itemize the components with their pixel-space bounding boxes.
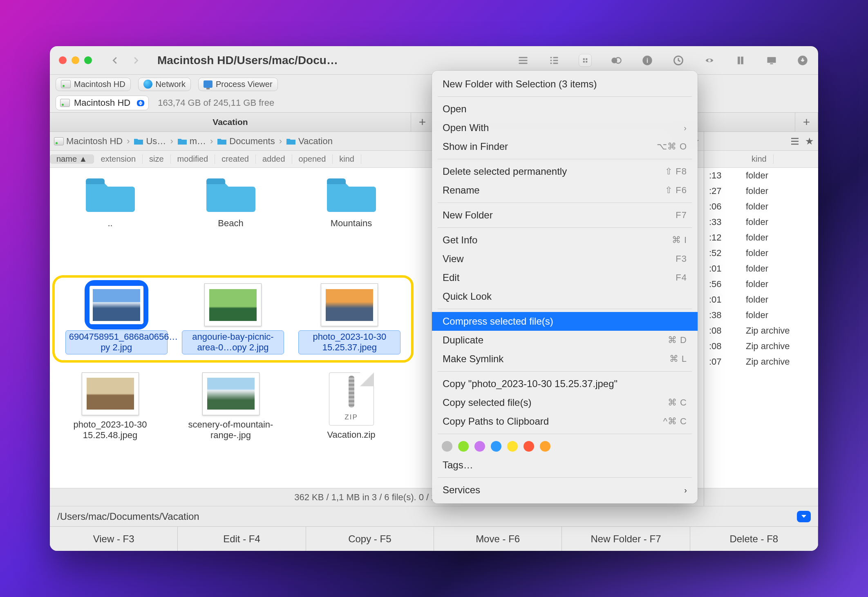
titlebar: Macintosh HD/Users/mac/Docu… i bbox=[50, 46, 818, 75]
menu-item[interactable]: Delete selected permanently⇧ F8 bbox=[432, 162, 698, 181]
share-icon[interactable] bbox=[734, 54, 747, 67]
view-icon[interactable] bbox=[703, 54, 716, 67]
col-modified[interactable]: modified bbox=[171, 154, 215, 164]
forward-icon[interactable] bbox=[131, 56, 140, 65]
menu-item[interactable]: New FolderF7 bbox=[432, 206, 698, 225]
menu-item[interactable]: Compress selected file(s) bbox=[432, 312, 698, 331]
path-dropdown[interactable] bbox=[797, 511, 811, 522]
favorite-macintosh-hd[interactable]: Macintosh HD bbox=[56, 78, 131, 91]
toggle-icon[interactable] bbox=[610, 54, 623, 67]
tab-vacation[interactable]: Vacation bbox=[50, 113, 411, 131]
info-icon[interactable]: i bbox=[641, 54, 654, 67]
list-row[interactable]: :06folder bbox=[704, 199, 818, 214]
list-row[interactable]: :01folder bbox=[704, 292, 818, 307]
file-item-selected[interactable]: photo_2023-10-30 15.25.37.jpeg bbox=[291, 283, 408, 354]
list1-icon[interactable] bbox=[517, 54, 530, 67]
col-created[interactable]: created bbox=[215, 154, 256, 164]
tag-color[interactable] bbox=[474, 441, 485, 452]
menu-item[interactable]: Open bbox=[432, 100, 698, 118]
menu-item[interactable]: Get Info⌘ I bbox=[432, 231, 698, 249]
breadcrumb-seg[interactable]: Vacation bbox=[286, 136, 333, 147]
tag-color[interactable] bbox=[523, 441, 534, 452]
history-icon[interactable] bbox=[672, 54, 685, 67]
tag-color[interactable] bbox=[442, 441, 452, 452]
tab-add-left[interactable]: + bbox=[411, 113, 434, 131]
file-item[interactable]: ZIPVacation.zip bbox=[291, 372, 412, 472]
menu-item[interactable]: New Folder with Selection (3 items) bbox=[432, 75, 698, 94]
file-item[interactable]: scenery-of-mountain-range-.jpg bbox=[170, 372, 291, 472]
file-item-selected[interactable]: angourie-bay-picnic-area-0…opy 2.jpg bbox=[174, 283, 291, 354]
list2-icon[interactable] bbox=[548, 54, 561, 67]
download-icon[interactable] bbox=[796, 54, 809, 67]
hd-icon bbox=[61, 80, 71, 88]
tab-add-right[interactable]: + bbox=[795, 113, 818, 131]
back-icon[interactable] bbox=[111, 56, 120, 65]
menu-item[interactable]: EditF4 bbox=[432, 268, 698, 287]
list-row[interactable]: :33folder bbox=[704, 214, 818, 230]
list-row[interactable]: :27folder bbox=[704, 183, 818, 199]
zoom-icon[interactable] bbox=[84, 56, 92, 64]
menu-item[interactable]: Copy Paths to Clipboard^⌘ C bbox=[432, 412, 698, 431]
list-row[interactable]: :12folder bbox=[704, 230, 818, 245]
file-item-selected[interactable]: 6904758951_6868a0656…py 2.jpg bbox=[58, 283, 174, 354]
favorite-process-viewer[interactable]: Process Viewer bbox=[198, 78, 278, 91]
menu-item[interactable]: Rename⇧ F6 bbox=[432, 181, 698, 200]
col-size[interactable]: size bbox=[143, 154, 171, 164]
folder-icon bbox=[327, 175, 376, 214]
menu-item[interactable]: Copy selected file(s)⌘ C bbox=[432, 393, 698, 412]
list-row[interactable]: :01folder bbox=[704, 261, 818, 276]
menu-item[interactable]: Make Symlink⌘ L bbox=[432, 350, 698, 368]
col-kind[interactable]: kind bbox=[745, 154, 774, 164]
computer-icon[interactable] bbox=[765, 54, 778, 67]
menu-item[interactable]: Open With› bbox=[432, 118, 698, 137]
menu-item-services[interactable]: Services› bbox=[432, 481, 698, 499]
tag-color[interactable] bbox=[540, 441, 550, 452]
fkey-delete[interactable]: Delete - F8 bbox=[690, 527, 818, 551]
listview-icon[interactable] bbox=[790, 137, 799, 146]
file-item[interactable]: Beach bbox=[170, 175, 291, 275]
file-item[interactable]: photo_2023-10-30 15.25.48.jpeg bbox=[50, 372, 170, 472]
menu-item[interactable]: Quick Look bbox=[432, 287, 698, 306]
list-row[interactable]: :52folder bbox=[704, 245, 818, 261]
minimize-icon[interactable] bbox=[72, 56, 79, 64]
list-row[interactable]: :08Zip archive bbox=[704, 339, 818, 354]
list-row[interactable]: :56folder bbox=[704, 276, 818, 292]
list-row[interactable]: :08Zip archive bbox=[704, 323, 818, 339]
tag-color[interactable] bbox=[491, 441, 501, 452]
col-extension[interactable]: extension bbox=[94, 154, 143, 164]
fkey-move[interactable]: Move - F6 bbox=[434, 527, 562, 551]
breadcrumb-seg[interactable]: Documents bbox=[217, 136, 275, 147]
menu-item[interactable]: Show in Finder⌥⌘ O bbox=[432, 137, 698, 156]
col-name[interactable]: name ▲ bbox=[50, 154, 94, 164]
tag-color[interactable] bbox=[507, 441, 518, 452]
col-added[interactable]: added bbox=[256, 154, 292, 164]
menu-item[interactable]: Duplicate⌘ D bbox=[432, 331, 698, 350]
col-kind[interactable]: kind bbox=[333, 154, 361, 164]
file-item[interactable]: .. bbox=[50, 175, 170, 275]
breadcrumb-seg[interactable]: Us… bbox=[134, 136, 166, 147]
file-item[interactable]: Mountains bbox=[291, 175, 412, 275]
pane-right: ★ kind :13folder:27folder:06folder:33fol… bbox=[704, 132, 818, 506]
svg-rect-12 bbox=[767, 57, 776, 62]
menu-item[interactable]: Copy "photo_2023-10-30 15.25.37.jpeg" bbox=[432, 374, 698, 393]
list-row[interactable]: :38folder bbox=[704, 307, 818, 323]
menu-item[interactable]: ViewF3 bbox=[432, 249, 698, 268]
fkey-view[interactable]: View - F3 bbox=[50, 527, 178, 551]
disk-selector[interactable]: Macintosh HD bbox=[56, 96, 149, 110]
fkey-new[interactable]: New Folder - F7 bbox=[562, 527, 690, 551]
col-opened[interactable]: opened bbox=[292, 154, 333, 164]
tag-color[interactable] bbox=[458, 441, 469, 452]
menu-item-tags[interactable]: Tags… bbox=[432, 456, 698, 474]
list-row[interactable]: :13folder bbox=[704, 168, 818, 183]
favorite-network[interactable]: Network bbox=[138, 78, 191, 91]
close-icon[interactable] bbox=[59, 56, 67, 64]
breadcrumb-seg[interactable]: Macintosh HD bbox=[54, 136, 123, 147]
breadcrumb-seg[interactable]: m… bbox=[177, 136, 206, 147]
fkey-copy[interactable]: Copy - F5 bbox=[306, 527, 434, 551]
file-list-right[interactable]: :13folder:27folder:06folder:33folder:12f… bbox=[704, 168, 818, 488]
fkey-edit[interactable]: Edit - F4 bbox=[178, 527, 306, 551]
list-row[interactable]: :07Zip archive bbox=[704, 354, 818, 370]
hd-icon bbox=[54, 137, 64, 145]
grid-icon[interactable] bbox=[579, 54, 592, 67]
star-icon[interactable]: ★ bbox=[805, 136, 814, 147]
